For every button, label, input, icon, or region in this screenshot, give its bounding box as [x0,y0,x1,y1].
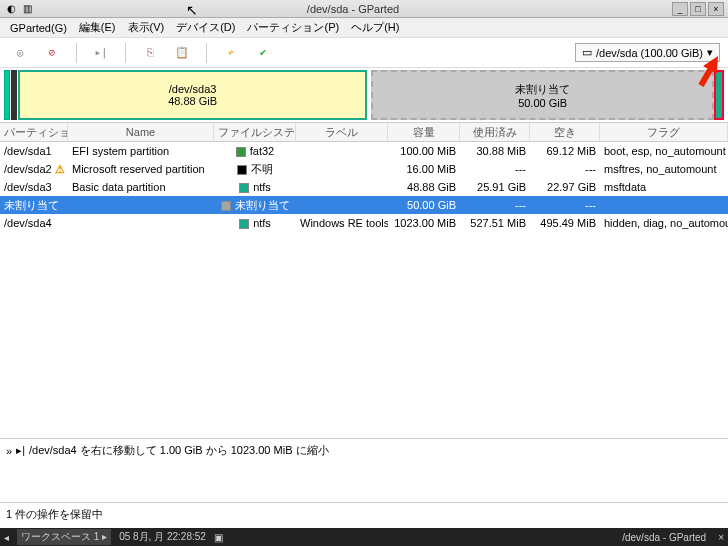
paste-button[interactable]: 📋 [170,41,194,65]
delete-button[interactable]: ⊘ [40,41,64,65]
menu-view[interactable]: 表示(V) [122,18,171,37]
cell-size: 16.00 MiB [388,161,460,177]
operation-list: » ▸| /dev/sda4 を右に移動して 1.00 GiB から 1023.… [0,438,728,462]
cell-label [296,167,388,171]
paste-icon: 📋 [175,46,189,59]
delete-icon: ⊘ [49,46,56,59]
cell-flags: msftres, no_automount [600,161,728,177]
menu-partition[interactable]: パーティション(P) [241,18,345,37]
menu-bar: GParted(G) 編集(E) 表示(V) デバイス(D) パーティション(P… [0,18,728,38]
viz-sda3-name: /dev/sda3 [169,83,217,95]
viz-sda4[interactable] [714,70,724,120]
table-row[interactable]: /dev/sda3Basic data partitionntfs48.88 G… [0,178,728,196]
menu-gparted[interactable]: GParted(G) [4,20,73,36]
viz-sda3-size: 48.88 GiB [168,95,217,107]
menu-edit[interactable]: 編集(E) [73,18,122,37]
cell-filesystem: ntfs [214,179,296,195]
resize-button[interactable]: ▸| [89,41,113,65]
cell-size: 100.00 MiB [388,143,460,159]
table-row[interactable]: 未割り当て未割り当て50.00 GiB------ [0,196,728,214]
window-titlebar: ◐ ▥ /dev/sda - GParted _ □ × [0,0,728,18]
maximize-button[interactable]: □ [690,2,706,16]
cell-filesystem: 未割り当て [214,196,296,215]
device-selector[interactable]: ▭ /dev/sda (100.00 GiB) ▾ [575,43,720,62]
col-label[interactable]: ラベル [296,123,388,142]
cell-name: Basic data partition [68,179,214,195]
taskbar-date: 05 8月, 月 22:28:52 [119,530,206,544]
cell-used: 527.51 MiB [460,215,530,231]
cell-used: --- [460,161,530,177]
pending-text: 1 件の操作を保留中 [6,508,103,520]
taskbar-nav-prev[interactable]: ◂ [4,532,9,543]
table-row[interactable]: /dev/sda2 ⚠Microsoft reserved partition不… [0,160,728,178]
undo-button[interactable]: ↶ [219,41,243,65]
col-free[interactable]: 空き [530,123,600,142]
status-bar: 1 件の操作を保留中 [0,502,728,526]
cell-name [68,221,214,225]
cell-filesystem: 不明 [214,160,296,179]
new-partition-button[interactable]: ◎ [8,41,32,65]
col-flags[interactable]: フラグ [600,123,728,142]
cell-partition: /dev/sda3 [0,179,68,195]
partition-table: /dev/sda1EFI system partitionfat32100.00… [0,142,728,232]
apply-button[interactable]: ✔ [251,41,275,65]
col-used[interactable]: 使用済み [460,123,530,142]
table-row[interactable]: /dev/sda4ntfsWindows RE tools1023.00 MiB… [0,214,728,232]
disk-icon: ▭ [582,46,592,59]
cell-filesystem: fat32 [214,143,296,159]
menu-device[interactable]: デバイス(D) [170,18,241,37]
table-header: パーティション Name ファイルシステム ラベル 容量 使用済み 空き フラグ [0,122,728,142]
app-menu-icon[interactable]: ◐ [4,2,18,16]
new-icon: ◎ [17,46,24,59]
copy-button[interactable]: ⎘ [138,41,162,65]
viz-sda2[interactable] [11,70,17,120]
cell-partition: /dev/sda1 [0,143,68,159]
cell-label [296,203,388,207]
workspace-indicator[interactable]: ワークスペース 1 ▸ [17,529,111,545]
col-partition[interactable]: パーティション [0,123,68,142]
resize-op-icon: ▸| [16,444,25,457]
taskbar-window-title[interactable]: /dev/sda - GParted [622,532,706,543]
cell-label [296,185,388,189]
viz-unalloc-size: 50.00 GiB [518,97,567,109]
cell-used: --- [460,197,530,213]
menu-help[interactable]: ヘルプ(H) [345,18,405,37]
cell-label: Windows RE tools [296,215,388,231]
device-label: /dev/sda (100.00 GiB) [596,47,703,59]
cell-size: 50.00 GiB [388,197,460,213]
close-button[interactable]: × [708,2,724,16]
cell-free: 22.97 GiB [530,179,600,195]
cell-label [296,149,388,153]
cell-used: 25.91 GiB [460,179,530,195]
viz-sda3[interactable]: /dev/sda3 48.88 GiB [18,70,367,120]
viz-sda1[interactable] [4,70,10,120]
apply-icon: ✔ [260,46,267,59]
op-text[interactable]: /dev/sda4 を右に移動して 1.00 GiB から 1023.00 Mi… [29,443,329,458]
fs-color-swatch [239,183,249,193]
op-expand-icon[interactable]: » [6,445,12,457]
col-filesystem[interactable]: ファイルシステム [214,123,296,142]
toolbar-separator [76,43,77,63]
cell-size: 1023.00 MiB [388,215,460,231]
table-row[interactable]: /dev/sda1EFI system partitionfat32100.00… [0,142,728,160]
cell-flags [600,203,728,207]
cell-name: EFI system partition [68,143,214,159]
window-title: /dev/sda - GParted [34,3,672,15]
warning-icon: ⚠ [55,163,65,175]
cell-partition: 未割り当て [0,196,68,215]
taskbar-close-icon[interactable]: × [718,532,724,543]
col-size[interactable]: 容量 [388,123,460,142]
viz-unallocated[interactable]: 未割り当て 50.00 GiB [371,70,714,120]
cell-free: 69.12 MiB [530,143,600,159]
cell-partition: /dev/sda4 [0,215,68,231]
minimize-button[interactable]: _ [672,2,688,16]
fs-color-swatch [236,147,246,157]
taskbar-tray-icon[interactable]: ▣ [214,532,223,543]
col-name[interactable]: Name [68,124,214,140]
viz-unalloc-name: 未割り当て [515,82,570,97]
cell-free: --- [530,161,600,177]
fs-color-swatch [221,201,231,211]
toolbar-separator [206,43,207,63]
fs-color-swatch [237,165,247,175]
cell-free: --- [530,197,600,213]
